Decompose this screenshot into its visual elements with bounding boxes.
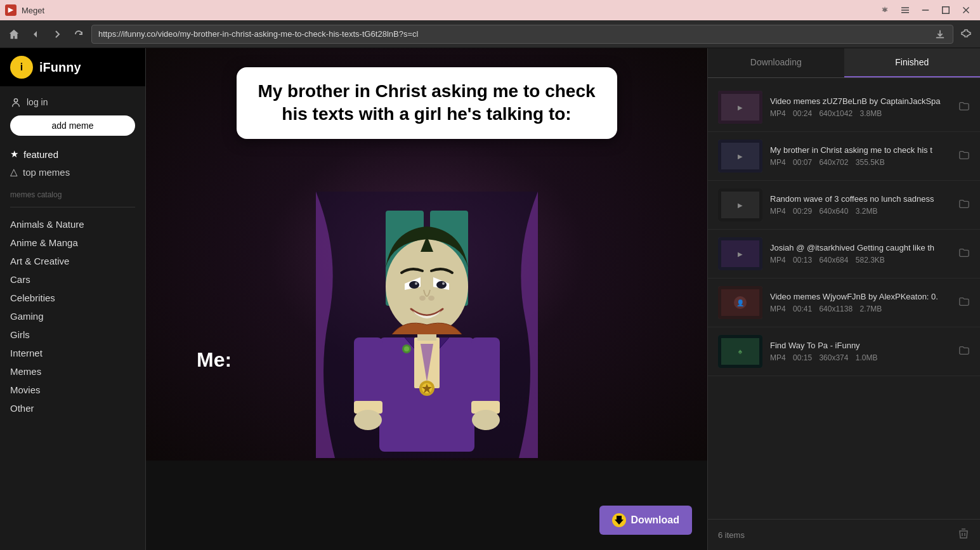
catalog-item-internet[interactable]: Internet	[10, 344, 135, 362]
folder-icon-2[interactable]	[958, 149, 970, 163]
app-title: Meget	[22, 6, 44, 15]
catalog-item-celebrities[interactable]: Celebrities	[10, 289, 135, 307]
info-6: Find Way To Pa - iFunny MP4 00:15 360x37…	[770, 341, 951, 362]
svg-text:♠: ♠	[738, 347, 743, 356]
svg-point-21	[354, 410, 382, 430]
info-1: Video memes zUZ7BeLnB by CaptainJackSpa …	[770, 96, 951, 118]
close-button[interactable]	[957, 4, 975, 16]
app-icon	[5, 4, 16, 16]
svg-marker-0	[8, 8, 14, 13]
address-bar[interactable]: https://ifunny.co/video/my-brother-in-ch…	[91, 25, 953, 44]
meta-1: MP4 00:24 640x1042 3.8MB	[770, 109, 951, 118]
right-panel: Downloading Finished ▶ Video memes zUZ7B…	[707, 48, 980, 550]
home-button[interactable]	[5, 25, 23, 43]
video-area: My brother in Christ asking me to check …	[146, 48, 707, 550]
speech-bubble: My brother in Christ asking me to check …	[237, 67, 617, 139]
window-controls	[876, 4, 975, 16]
catalog-label: memes catalog	[10, 190, 135, 199]
thumb-4: ▶	[718, 237, 762, 270]
svg-point-25	[409, 281, 419, 289]
catalog-item-animals[interactable]: Animals & Nature	[10, 215, 135, 233]
catalog-item-anime[interactable]: Anime & Manga	[10, 233, 135, 252]
svg-point-30	[428, 296, 434, 301]
download-button[interactable]: Download	[599, 506, 692, 535]
thumb-5: 👤	[718, 286, 762, 319]
svg-text:▶: ▶	[738, 251, 743, 258]
ifunny-sidebar: i iFunny log in add meme ★ featured △ to…	[0, 48, 146, 550]
catalog-item-memes[interactable]: Memes	[10, 362, 135, 381]
nav-featured[interactable]: ★ featured	[10, 148, 135, 160]
forward-button[interactable]	[48, 25, 66, 43]
nav-top-memes[interactable]: △ top memes	[10, 166, 135, 178]
meta-6: MP4 00:15 360x374 1.0MB	[770, 353, 951, 362]
svg-marker-33	[615, 516, 624, 525]
ifunny-header: i iFunny	[0, 48, 145, 86]
me-text: Me:	[197, 348, 232, 372]
info-4: Josiah @ @itsarkhived Getting caught lik…	[770, 243, 951, 265]
meta-2: MP4 00:07 640x702 355.5KB	[770, 158, 951, 167]
tab-finished[interactable]: Finished	[844, 48, 981, 77]
catalog-item-gaming[interactable]: Gaming	[10, 307, 135, 325]
title-3: Random wave of 3 coffees no lunch sadnes…	[770, 194, 951, 204]
ifunny-nav: log in add meme ★ featured △ top memes m…	[0, 86, 145, 428]
url-text: https://ifunny.co/video/my-brother-in-ch…	[98, 29, 930, 39]
thumb-2: ▶	[718, 140, 762, 173]
info-5: Video memes WjyowFJnB by AlexPKeaton: 0.…	[770, 292, 951, 313]
panel-footer: 6 items	[708, 519, 980, 550]
minimize-button[interactable]	[917, 4, 934, 16]
meta-3: MP4 00:29 640x640 3.2MB	[770, 207, 951, 216]
title-2: My brother in Christ asking me to check …	[770, 145, 951, 155]
download-label: Download	[631, 514, 679, 526]
back-button[interactable]	[27, 25, 44, 43]
svg-point-32	[404, 346, 409, 351]
svg-rect-3	[901, 12, 909, 13]
download-item-6: ♠ Find Way To Pa - iFunny MP4 00:15 360x…	[708, 327, 980, 376]
folder-icon-6[interactable]	[958, 344, 970, 358]
folder-icon-5[interactable]	[958, 296, 970, 310]
svg-point-9	[14, 99, 17, 102]
login-item[interactable]: log in	[10, 96, 135, 108]
add-meme-button[interactable]: add meme	[10, 115, 135, 136]
trash-button[interactable]	[957, 527, 970, 542]
ifunny-logo: i	[10, 56, 33, 79]
svg-rect-1	[901, 8, 909, 9]
svg-rect-5	[943, 7, 950, 14]
folder-icon-3[interactable]	[958, 198, 970, 212]
info-2: My brother in Christ asking me to check …	[770, 145, 951, 167]
settings-button[interactable]	[876, 4, 894, 16]
refresh-button[interactable]	[70, 25, 88, 43]
catalog-item-other[interactable]: Other	[10, 399, 135, 417]
svg-text:▶: ▶	[738, 153, 743, 160]
thumb-1: ▶	[718, 91, 762, 124]
folder-icon-1[interactable]	[958, 100, 970, 114]
catalog-item-art[interactable]: Art & Creative	[10, 252, 135, 270]
panel-tabs: Downloading Finished	[708, 48, 980, 78]
title-4: Josiah @ @itsarkhived Getting caught lik…	[770, 243, 951, 252]
svg-rect-8	[936, 37, 944, 38]
tab-downloading[interactable]: Downloading	[708, 48, 844, 77]
catalog-item-cars[interactable]: Cars	[10, 270, 135, 289]
titlebar: Meget	[0, 0, 980, 20]
svg-rect-2	[901, 10, 909, 11]
download-item-4: ▶ Josiah @ @itsarkhived Getting caught l…	[708, 230, 980, 278]
video-scroll[interactable]: My brother in Christ asking me to check …	[146, 48, 707, 550]
folder-icon-4[interactable]	[958, 247, 970, 261]
menu-button[interactable]	[896, 4, 914, 16]
svg-text:▶: ▶	[738, 202, 743, 209]
info-3: Random wave of 3 coffees no lunch sadnes…	[770, 194, 951, 216]
title-1: Video memes zUZ7BeLnB by CaptainJackSpa	[770, 96, 951, 106]
download-item-3: ▶ Random wave of 3 coffees no lunch sadn…	[708, 181, 980, 230]
video-frame: My brother in Christ asking me to check …	[146, 48, 707, 461]
catalog-item-girls[interactable]: Girls	[10, 325, 135, 344]
extension-icon[interactable]	[957, 25, 975, 43]
download-list: ▶ Video memes zUZ7BeLnB by CaptainJackSp…	[708, 78, 980, 519]
catalog-item-movies[interactable]: Movies	[10, 381, 135, 399]
download-page-icon[interactable]	[934, 28, 946, 41]
maximize-button[interactable]	[937, 4, 955, 16]
svg-text:▶: ▶	[738, 104, 743, 111]
svg-point-28	[442, 282, 445, 285]
ifunny-brand-name: iFunny	[39, 60, 81, 75]
joker-figure	[316, 192, 538, 461]
item-count: 6 items	[718, 530, 745, 540]
video-container: My brother in Christ asking me to check …	[146, 48, 707, 461]
